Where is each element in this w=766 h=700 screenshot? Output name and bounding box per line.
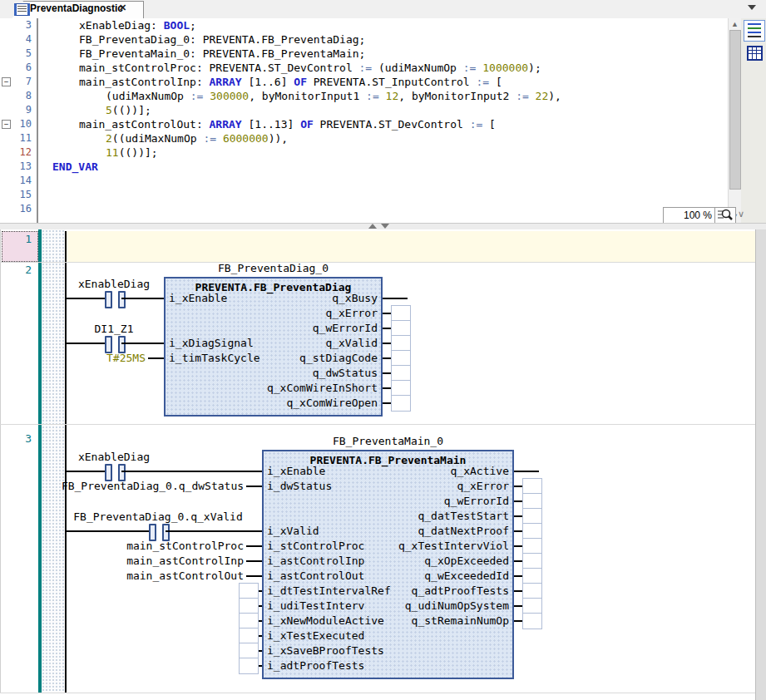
open-input-box-i_dtTestIntervalRef[interactable] bbox=[239, 583, 259, 599]
operand-label[interactable]: FB_PreventaDiag_0.q_dwStatus bbox=[62, 480, 244, 492]
declaration-editor[interactable]: 3xEnableDiag: BOOL;4FB_PreventaDiag_0: P… bbox=[0, 18, 728, 223]
open-output-box-q_wErrorId[interactable] bbox=[391, 320, 411, 337]
splitter-collapse-down-icon[interactable] bbox=[381, 224, 389, 229]
open-output-box-q_datNextProof[interactable] bbox=[522, 523, 542, 540]
zoom-dropdown-chevron-icon[interactable]: ∨ bbox=[738, 209, 744, 219]
code-text[interactable]: 2((udiMaxNumOp := 6000000)), bbox=[106, 131, 288, 145]
operand-label[interactable]: main_astControlOut bbox=[126, 569, 244, 582]
input-pin-i_astControlInp[interactable]: i_astControlInp bbox=[267, 555, 364, 568]
input-pin-i_udiTestInterv[interactable]: i_udiTestInterv bbox=[267, 599, 364, 613]
code-text[interactable]: FB_PreventaDiag_0: PREVENTA.FB_PreventaD… bbox=[79, 32, 365, 47]
zoom-level-field[interactable]: 100 % bbox=[663, 207, 717, 224]
tab-title[interactable]: PreventaDiagnostic bbox=[30, 2, 123, 14]
input-pin-i_xSaveBProofTests[interactable]: i_xSaveBProofTests bbox=[267, 644, 384, 658]
open-input-box-i_udiTestInterv[interactable] bbox=[239, 598, 259, 614]
open-output-box-q_xValid[interactable] bbox=[391, 335, 411, 352]
decl-line-5[interactable]: 5FB_PreventaMain_0: PREVENTA.FB_Preventa… bbox=[0, 47, 728, 61]
open-output-box-q_datTestStart[interactable] bbox=[522, 508, 542, 525]
decl-line-10[interactable]: −10main_astControlOut: ARRAY [1..13] OF … bbox=[0, 117, 728, 131]
contact-operand-label[interactable]: xEnableDiag bbox=[78, 278, 150, 290]
output-pin-q_xValid[interactable]: q_xValid bbox=[325, 337, 378, 350]
output-pin-q_wErrorId[interactable]: q_wErrorId bbox=[313, 322, 378, 335]
fb-instance-name[interactable]: FB_PreventaDiag_0 bbox=[218, 262, 329, 274]
decl-line-6[interactable]: 6main_stControlProc: PREVENTA.ST_DevCont… bbox=[0, 61, 728, 75]
output-pin-q_stDiagCode[interactable]: q_stDiagCode bbox=[299, 352, 378, 365]
decl-line-4[interactable]: 4FB_PreventaDiag_0: PREVENTA.FB_Preventa… bbox=[0, 32, 728, 47]
output-pin-q_xError[interactable]: q_xError bbox=[325, 307, 378, 320]
open-output-box-q_udiNumOpSystem[interactable] bbox=[522, 598, 542, 614]
output-pin-q_xError[interactable]: q_xError bbox=[457, 480, 509, 493]
contact-bar-left[interactable] bbox=[105, 464, 112, 481]
decl-line-13[interactable]: 13END_VAR bbox=[0, 160, 728, 174]
code-text[interactable]: 5(())]; bbox=[106, 103, 151, 117]
network-3-number[interactable]: 3 bbox=[0, 432, 32, 445]
output-pin-q_udiNumOpSystem[interactable]: q_udiNumOpSystem bbox=[405, 599, 509, 613]
table-grid-icon[interactable] bbox=[747, 46, 763, 61]
open-output-box-q_xComWireOpen[interactable] bbox=[391, 395, 411, 412]
code-text[interactable]: main_stControlProc: PREVENTA.ST_DevContr… bbox=[79, 61, 541, 75]
input-pin-i_xValid[interactable]: i_xValid bbox=[267, 525, 319, 538]
zoom-button[interactable] bbox=[714, 207, 736, 224]
input-pin-i_xDiagSignal[interactable]: i_xDiagSignal bbox=[169, 337, 254, 350]
output-pin-q_wExceededId[interactable]: q_wExceededId bbox=[424, 569, 509, 583]
contact-operand-label[interactable]: FB_PreventaDiag_0.q_xValid bbox=[73, 510, 243, 523]
tab-close-icon[interactable]: ✕ bbox=[119, 2, 126, 13]
input-pin-i_xNewModuleActive[interactable]: i_xNewModuleActive bbox=[267, 614, 384, 628]
input-pin-i_xEnable[interactable]: i_xEnable bbox=[169, 292, 227, 305]
decl-line-12[interactable]: 1211(())]; bbox=[0, 145, 728, 160]
input-pin-i_xTestExecuted[interactable]: i_xTestExecuted bbox=[267, 629, 364, 643]
open-output-box-q_adtProofTests[interactable] bbox=[522, 583, 542, 599]
contact-bar-right[interactable] bbox=[118, 336, 126, 353]
decl-line-15[interactable]: 15 bbox=[0, 188, 728, 202]
code-text[interactable]: 11(())]; bbox=[106, 145, 158, 160]
open-output-box-q_wExceededId[interactable] bbox=[522, 568, 542, 584]
decl-line-8[interactable]: 8(udiMaxNumOp := 300000, byMonitorInput1… bbox=[0, 89, 728, 103]
contact-bar-right[interactable] bbox=[162, 524, 170, 541]
output-pin-q_adtProofTests[interactable]: q_adtProofTests bbox=[412, 584, 509, 598]
ladder-editor[interactable]: 12FB_PreventaDiag_0PREVENTA.FB_PreventaD… bbox=[0, 229, 766, 700]
open-output-box-q_xError[interactable] bbox=[522, 478, 542, 495]
input-pin-i_adtProofTests[interactable]: i_adtProofTests bbox=[267, 659, 364, 673]
input-pin-i_timTaskCycle[interactable]: i_timTaskCycle bbox=[169, 352, 260, 365]
open-input-box-i_xSaveBProofTests[interactable] bbox=[239, 643, 259, 659]
decl-line-16[interactable]: 16 bbox=[0, 202, 728, 216]
output-pin-q_datNextProof[interactable]: q_datNextProof bbox=[418, 525, 509, 538]
operand-label[interactable]: T#25MS bbox=[106, 352, 146, 364]
network-2-number[interactable]: 2 bbox=[0, 264, 32, 276]
contact-operand-label[interactable]: DI1_Z1 bbox=[95, 323, 134, 335]
operand-label[interactable]: main_stControlProc bbox=[126, 540, 244, 552]
output-pin-q_dwStatus[interactable]: q_dwStatus bbox=[313, 367, 378, 380]
output-pin-q_xOpExceeded[interactable]: q_xOpExceeded bbox=[424, 555, 509, 568]
open-output-box-q_stDiagCode[interactable] bbox=[391, 350, 411, 367]
output-pin-q_xActive[interactable]: q_xActive bbox=[451, 465, 509, 478]
input-pin-i_xEnable[interactable]: i_xEnable bbox=[267, 465, 325, 478]
code-text[interactable]: main_astControlOut: ARRAY [1..13] OF PRE… bbox=[79, 117, 496, 131]
output-pin-q_datTestStart[interactable]: q_datTestStart bbox=[418, 510, 509, 523]
input-pin-i_stControlProc[interactable]: i_stControlProc bbox=[267, 540, 364, 553]
ladder-scrollbar[interactable] bbox=[755, 229, 766, 700]
open-output-box-q_dwStatus[interactable] bbox=[391, 365, 411, 382]
output-pin-q_xComWireInShort[interactable]: q_xComWireInShort bbox=[267, 382, 378, 395]
splitter-collapse-up-icon[interactable] bbox=[368, 224, 377, 229]
code-text[interactable]: main_astControlInp: ARRAY [1..6] OF PREV… bbox=[79, 75, 502, 89]
open-output-box-q_xTestIntervViol[interactable] bbox=[522, 538, 542, 555]
contact-bar-left[interactable] bbox=[105, 336, 112, 353]
output-pin-q_xBusy[interactable]: q_xBusy bbox=[332, 292, 378, 305]
contact-bar-right[interactable] bbox=[118, 464, 126, 481]
contact-operand-label[interactable]: xEnableDiag bbox=[78, 451, 150, 463]
decl-line-11[interactable]: 112((udiMaxNumOp := 6000000)), bbox=[0, 131, 728, 145]
fb-instance-name[interactable]: FB_PreventaMain_0 bbox=[333, 435, 443, 447]
output-pin-q_xComWireOpen[interactable]: q_xComWireOpen bbox=[286, 397, 378, 410]
output-pin-q_xTestIntervViol[interactable]: q_xTestIntervViol bbox=[398, 540, 509, 553]
decl-line-9[interactable]: 95(())]; bbox=[0, 103, 728, 117]
scrollbar-thumb[interactable] bbox=[729, 30, 741, 190]
open-input-box-i_xTestExecuted[interactable] bbox=[239, 628, 259, 644]
open-output-box-q_xOpExceeded[interactable] bbox=[522, 553, 542, 569]
open-output-box-q_xComWireInShort[interactable] bbox=[391, 380, 411, 397]
open-output-box-q_stRemainNumOp[interactable] bbox=[522, 613, 542, 629]
network-1-number[interactable]: 1 bbox=[0, 233, 32, 245]
scroll-up-icon[interactable]: ▲ bbox=[731, 21, 738, 27]
output-pin-q_stRemainNumOp[interactable]: q_stRemainNumOp bbox=[412, 614, 509, 628]
open-input-box-i_adtProofTests[interactable] bbox=[239, 658, 259, 674]
textual-view-button[interactable] bbox=[744, 20, 765, 42]
